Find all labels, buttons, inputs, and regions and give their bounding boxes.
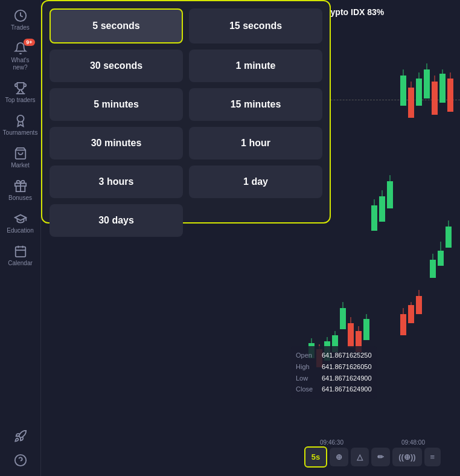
time-btn-1d[interactable]: 1 day <box>189 166 322 198</box>
high-label: High <box>296 361 317 373</box>
svg-rect-26 <box>400 76 406 106</box>
tournaments-label: Tournaments <box>3 129 38 137</box>
svg-rect-14 <box>430 260 436 278</box>
pencil-icon: ✏ <box>377 452 384 462</box>
calendar-label: Calendar <box>8 260 33 267</box>
sidebar: Trades 9+ What's new? Top traders Tou <box>0 0 41 476</box>
draw-tool-button[interactable]: △ <box>351 448 369 466</box>
crosshair-icon: ⊕ <box>336 452 342 462</box>
indicator-tool-button[interactable]: ((⊕)) <box>392 448 421 466</box>
education-label: Education <box>7 227 33 234</box>
svg-rect-5 <box>15 247 25 257</box>
calendar-icon <box>13 244 28 259</box>
svg-rect-32 <box>424 69 430 98</box>
sidebar-item-calendar[interactable]: Calendar <box>2 240 39 271</box>
whats-new-label: What's new? <box>5 57 36 71</box>
question-icon <box>13 453 28 468</box>
time-btn-1m[interactable]: 1 minute <box>189 50 322 82</box>
svg-rect-36 <box>439 74 446 103</box>
graduation-icon <box>13 211 28 226</box>
interval-button[interactable]: 5s <box>304 446 327 468</box>
svg-rect-30 <box>416 79 422 106</box>
pencil-tool-button[interactable]: ✏ <box>371 448 390 466</box>
open-value: 641.8671625250 <box>322 350 372 361</box>
svg-rect-38 <box>447 79 453 112</box>
open-label: Open <box>296 350 317 361</box>
time-btn-30d[interactable]: 30 days <box>50 204 183 237</box>
sidebar-item-tournaments[interactable]: Tournaments <box>2 110 39 140</box>
svg-rect-40 <box>371 205 377 231</box>
sidebar-item-rocket[interactable] <box>2 425 39 447</box>
notification-badge: 9+ <box>24 39 34 46</box>
svg-rect-34 <box>432 82 438 115</box>
time-btn-15m[interactable]: 15 minutes <box>189 88 322 121</box>
svg-rect-46 <box>340 308 346 329</box>
time-btn-15s[interactable]: 15 seconds <box>189 8 322 43</box>
time-btn-5s[interactable]: 5 seconds <box>50 8 183 43</box>
close-value: 641.8671624900 <box>322 384 372 395</box>
sidebar-item-market[interactable]: Market <box>2 143 39 173</box>
svg-rect-18 <box>446 227 452 248</box>
svg-rect-22 <box>408 305 414 323</box>
high-value: 641.8671626050 <box>322 361 372 373</box>
sidebar-item-bonuses[interactable]: Bonuses <box>2 175 39 205</box>
sidebar-item-whats-new[interactable]: 9+ What's new? <box>2 37 39 75</box>
svg-rect-52 <box>363 319 369 340</box>
top-traders-label: Top traders <box>5 97 35 104</box>
triangle-icon: △ <box>357 452 363 462</box>
ohlc-tooltip: Open 641.8671625250 High 641.8671626050 … <box>291 346 377 399</box>
bonuses-label: Bonuses <box>8 195 32 202</box>
gift-icon <box>13 179 28 193</box>
low-label: Low <box>296 373 317 384</box>
cup-icon <box>13 114 28 128</box>
svg-rect-44 <box>387 181 393 208</box>
svg-rect-16 <box>438 251 444 266</box>
svg-rect-28 <box>408 88 414 118</box>
time-btn-30m[interactable]: 30 minutes <box>50 127 183 159</box>
svg-point-1 <box>17 115 24 122</box>
bag-icon <box>13 146 28 161</box>
rocket-icon <box>13 429 28 443</box>
sidebar-item-trades[interactable]: Trades <box>2 5 39 35</box>
svg-rect-48 <box>348 323 354 347</box>
svg-rect-42 <box>379 196 385 222</box>
close-label: Close <box>296 384 317 395</box>
menu-icon: ≡ <box>430 452 435 462</box>
sidebar-item-education[interactable]: Education <box>2 208 39 238</box>
time-picker-panel: 5 seconds 15 seconds 30 seconds 1 minute… <box>41 0 331 224</box>
trophy-icon <box>13 81 28 95</box>
clock-icon <box>13 8 28 23</box>
market-label: Market <box>11 162 30 169</box>
crosshair-tool-button[interactable]: ⊕ <box>330 448 348 466</box>
chart-toolbar: 5s ⊕ △ ✏ ((⊕)) ≡ <box>285 444 460 470</box>
time-btn-5m[interactable]: 5 minutes <box>50 88 183 121</box>
low-value: 641.8671624900 <box>322 373 372 384</box>
sidebar-item-top-traders[interactable]: Top traders <box>2 77 39 108</box>
svg-rect-24 <box>416 296 422 314</box>
main-content: 5 seconds 15 seconds 30 seconds 1 minute… <box>41 0 460 476</box>
time-btn-1h[interactable]: 1 hour <box>189 127 322 159</box>
sidebar-item-help[interactable] <box>2 449 39 471</box>
menu-tool-button[interactable]: ≡ <box>424 448 441 466</box>
trades-label: Trades <box>11 24 30 31</box>
time-btn-3h[interactable]: 3 hours <box>50 166 183 198</box>
svg-rect-20 <box>400 314 406 335</box>
indicator-icon: ((⊕)) <box>398 452 415 462</box>
time-btn-30s[interactable]: 30 seconds <box>50 50 183 82</box>
sidebar-bottom <box>2 425 39 471</box>
